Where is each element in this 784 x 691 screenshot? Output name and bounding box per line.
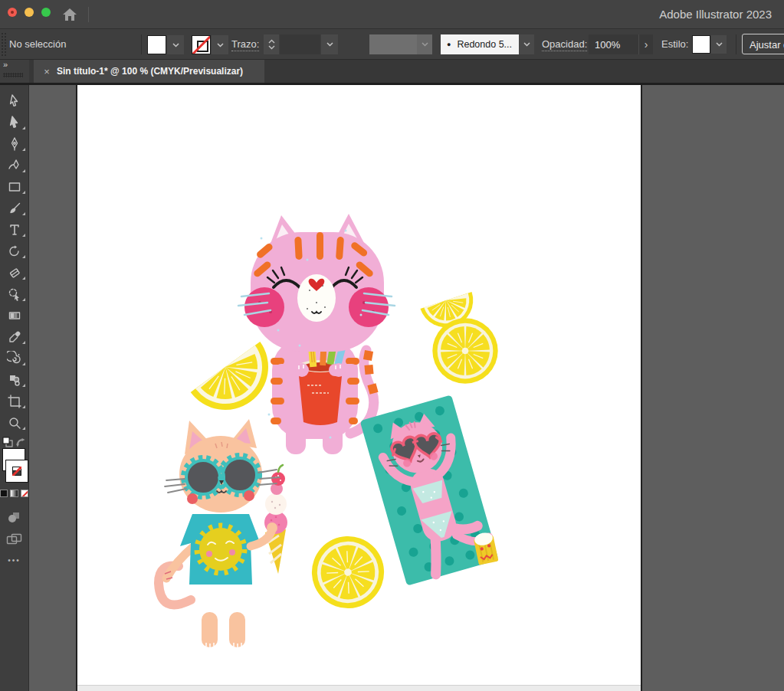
chevron-down-icon: [716, 42, 723, 47]
minimize-window-button[interactable]: [25, 8, 34, 17]
pen-icon: [7, 136, 22, 152]
color-button[interactable]: [0, 490, 8, 497]
home-icon[interactable]: [61, 6, 78, 23]
zoom-window-button[interactable]: [41, 8, 51, 17]
rectangle-tool-button[interactable]: [0, 176, 28, 198]
opacity-value-field[interactable]: 100%: [589, 39, 638, 51]
color-type-buttons: [0, 489, 28, 498]
chevron-down-icon: [172, 43, 179, 47]
type-tool-button[interactable]: [0, 219, 28, 241]
curvature-tool-button[interactable]: [0, 155, 28, 176]
chevron-up-icon: [268, 39, 275, 44]
brush-definition-dropdown[interactable]: ● Redondo 5...: [441, 34, 519, 54]
blend-tool-button[interactable]: [0, 348, 28, 369]
brush-preview-dot: ●: [447, 41, 451, 48]
document-tab[interactable]: × Sin título-1* @ 100 % (CMYK/Previsuali…: [34, 60, 264, 83]
divider: [736, 34, 736, 54]
main-area: •••: [0, 85, 784, 691]
stroke-weight-label: Trazo:: [231, 29, 259, 60]
cat-with-ice-cream[interactable]: [159, 419, 287, 647]
rotate-arrow-icon: [7, 244, 22, 259]
gradient-button[interactable]: [10, 490, 18, 497]
drawing-modes-button[interactable]: [0, 509, 28, 526]
rectangle-icon: [7, 179, 22, 195]
graphic-style-dropdown-button[interactable]: [711, 35, 727, 54]
screen-mode-icon: [5, 532, 24, 546]
screen-mode-button[interactable]: [0, 530, 28, 549]
lemon-slice-bottom[interactable]: [302, 526, 395, 619]
tab-close-button[interactable]: ×: [41, 66, 52, 77]
rotate-tool-button[interactable]: [0, 241, 28, 262]
control-bar: No selección Trazo: ● Redondo 5... Opaci…: [0, 29, 784, 60]
stroke-color-indicator[interactable]: [6, 460, 28, 482]
selection-arrow-icon: [7, 93, 22, 109]
paintbrush-tool-button[interactable]: [0, 198, 28, 219]
stroke-weight-field[interactable]: [280, 34, 320, 54]
toolbar-grip[interactable]: [3, 73, 23, 77]
eraser-icon: [7, 265, 22, 280]
direct-selection-tool-button[interactable]: [0, 112, 28, 133]
stroke-color-swatch[interactable]: [192, 35, 211, 54]
symbol-shapes-icon: [7, 372, 22, 388]
fill-stroke-indicator: [0, 449, 28, 484]
stroke-weight-dropdown-button[interactable]: [321, 34, 338, 54]
edit-toolbar-button[interactable]: •••: [0, 556, 28, 565]
toolbar-expand-button[interactable]: »: [3, 60, 8, 69]
style-label: Estilo:: [661, 29, 688, 60]
fill-color-swatch[interactable]: [147, 35, 166, 54]
divider: [141, 34, 142, 54]
fill-color-dropdown-button[interactable]: [167, 35, 184, 54]
ice-cream-cone: [264, 465, 287, 574]
default-colors-icon[interactable]: [2, 437, 13, 447]
pasteboard[interactable]: [29, 85, 784, 691]
direct-selection-arrow-icon: [7, 115, 22, 130]
eyedropper-tool-button[interactable]: [0, 326, 28, 348]
title-bar: Adobe Illustrator 2023: [0, 0, 784, 29]
artboard[interactable]: [76, 85, 642, 691]
stroke-weight-stepper[interactable]: [264, 34, 279, 54]
type-T-icon: [7, 222, 22, 237]
shape-builder-tool-button[interactable]: [0, 283, 28, 305]
pencil-cup: [298, 368, 343, 425]
chevron-down-icon: [268, 45, 275, 50]
app-title: Adobe Illustrator 2023: [659, 0, 772, 29]
brush-definition-dropdown-button[interactable]: [519, 34, 534, 54]
cheek-left: [187, 493, 198, 504]
illustrator-window: { "window": { "title": "Adobe Illustrato…: [0, 0, 784, 691]
tools-panel: •••: [0, 85, 29, 691]
color-mode-row: [0, 435, 28, 449]
chevron-down-icon: [417, 34, 432, 54]
opacity-field-group: 100% ›: [589, 34, 653, 54]
gradient-tool-button[interactable]: [0, 305, 28, 326]
none-button[interactable]: [21, 490, 28, 497]
eyedropper-icon: [7, 329, 22, 345]
lemon-slice-right[interactable]: [432, 318, 497, 383]
stroke-color-dropdown-button[interactable]: [212, 35, 228, 54]
tab-title: Sin título-1* @ 100 % (CMYK/Previsualiza…: [57, 66, 243, 77]
selection-status: No selección: [9, 29, 66, 60]
pen-tool-button[interactable]: [0, 133, 28, 155]
panel-grip[interactable]: [1, 32, 6, 57]
blend-swirl-icon: [7, 351, 22, 366]
graphic-style-swatch[interactable]: [692, 35, 710, 54]
opacity-slider-button[interactable]: ›: [638, 34, 653, 54]
artwork-canvas: [77, 85, 641, 691]
chevron-down-icon: [217, 43, 224, 47]
artboard-tool-button[interactable]: [0, 391, 28, 412]
lemon-wedge-left[interactable]: [191, 342, 286, 427]
variable-width-profile-dropdown[interactable]: [369, 34, 432, 54]
selection-tool-button[interactable]: [0, 90, 28, 112]
paintbrush-icon: [7, 201, 22, 216]
brush-definition-value: Redondo 5...: [457, 39, 512, 50]
close-window-button[interactable]: [8, 8, 17, 17]
shape-builder-icon: [7, 287, 22, 302]
symbol-tool-button[interactable]: [0, 369, 28, 391]
eraser-tool-button[interactable]: [0, 262, 28, 283]
zoom-tool-button[interactable]: [0, 412, 28, 434]
swap-colors-icon[interactable]: [15, 437, 25, 447]
document-tab-bar: » × Sin título-1* @ 100 % (CMYK/Previsua…: [0, 60, 784, 85]
chevron-down-icon: [523, 42, 530, 47]
magnifier-icon: [7, 415, 22, 431]
cheek-right: [244, 490, 254, 501]
fit-document-button[interactable]: Ajustar d: [742, 34, 784, 54]
